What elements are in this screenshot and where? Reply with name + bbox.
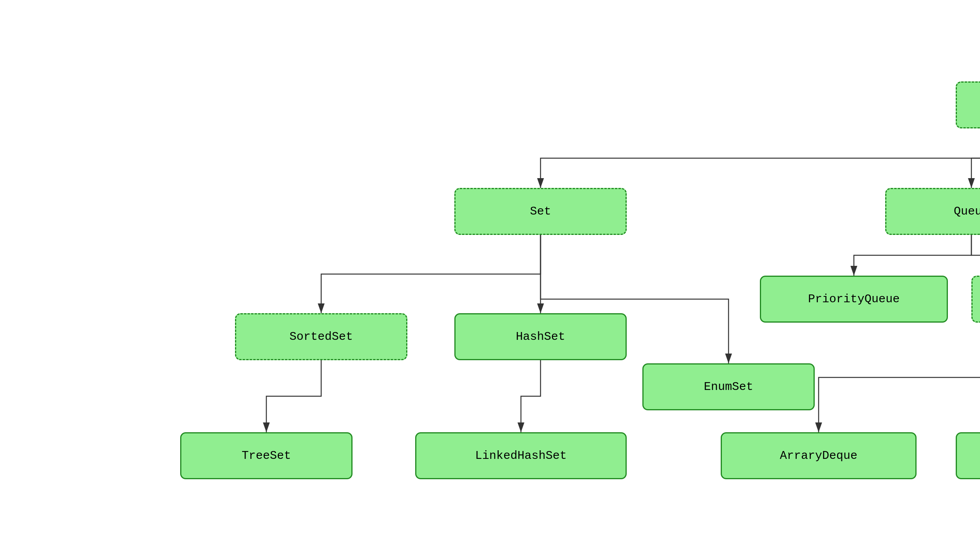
node-label-linkedhashset: LinkedHashSet [475,449,567,462]
node-label-priorityqueue: PriorityQueue [808,292,900,306]
node-label-hashset: HashSet [516,330,565,343]
node-arraydeque: ArraryDeque [721,432,917,479]
node-label-enumset: EnumSet [704,380,753,393]
node-sortedset: SortedSet [235,313,407,360]
node-label-sortedset: SortedSet [289,330,353,343]
diagram-container: CollectionSetQueueListSortedSetHashSetEn… [0,0,980,545]
node-treeset: TreeSet [180,432,353,479]
node-linkedhashset: LinkedHashSet [415,432,627,479]
node-collection: Collection [956,81,980,128]
node-enumset: EnumSet [642,363,815,410]
node-queue: Queue [885,188,980,235]
node-hashset: HashSet [454,313,627,360]
node-label-set: Set [530,205,551,218]
node-label-treeset: TreeSet [242,449,291,462]
node-label-arraydeque: ArraryDeque [780,449,857,462]
node-label-queue: Queue [954,205,980,218]
node-set: Set [454,188,627,235]
node-priorityqueue: PriorityQueue [760,276,948,323]
node-linkedlist: LinkedList [956,432,980,479]
node-deque: Deque [971,276,980,323]
